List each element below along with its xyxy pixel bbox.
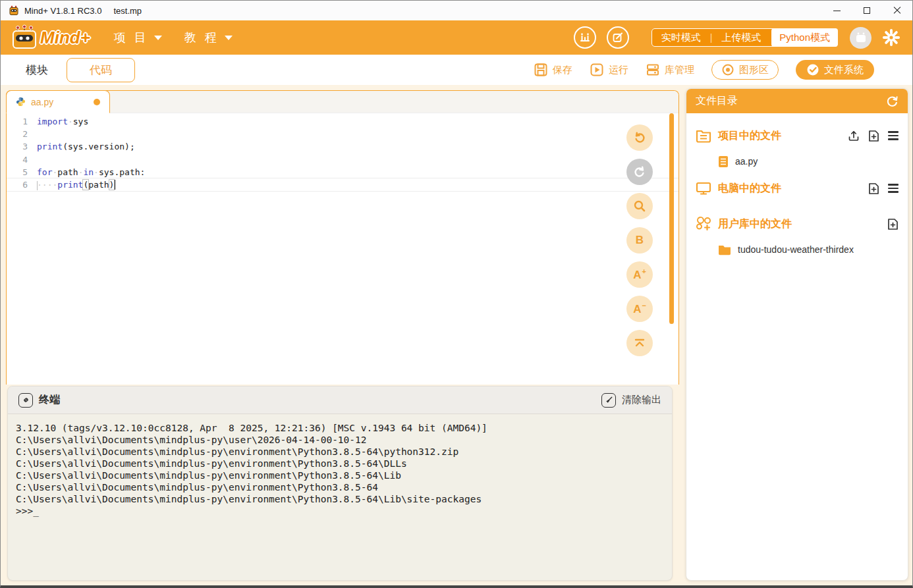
terminal-header: 终端 清除输出 xyxy=(8,387,672,414)
section-computer-files-label: 电脑中的文件 xyxy=(718,182,781,196)
community-button[interactable] xyxy=(574,26,596,49)
tab-blocks[interactable]: 模块 xyxy=(7,59,67,82)
close-button[interactable] xyxy=(882,1,912,20)
terminal-prompt-line: >>>_ xyxy=(16,505,664,517)
section-user-library-files[interactable]: 用户库中的文件 xyxy=(686,213,908,234)
terminal-line: C:\Users\allvi\Documents\mindplus-py\env… xyxy=(16,446,664,458)
undo-button[interactable] xyxy=(626,124,653,151)
new-file-button[interactable] xyxy=(887,218,899,230)
code-text: import·sys xyxy=(37,115,88,128)
terminal-panel: 终端 清除输出 3.12.10 (tags/v3.12.10:0cc8128, … xyxy=(7,386,673,581)
tab-code[interactable]: 代码 xyxy=(67,58,135,82)
file-system-button[interactable]: 文件系统 xyxy=(796,60,874,80)
terminal-output[interactable]: 3.12.10 (tags/v3.12.10:0cc8128, Apr 8 20… xyxy=(8,414,672,525)
editor-tab-aapy[interactable]: aa.py xyxy=(6,90,110,113)
code-line[interactable]: 3print(sys.version); xyxy=(7,140,678,153)
editor-scrollbar[interactable] xyxy=(669,113,674,324)
chevron-down-icon xyxy=(154,36,162,40)
code-text: for·path·in·sys.path: xyxy=(37,166,145,178)
graphics-area-button[interactable]: 图形区 xyxy=(711,60,779,80)
folder-item-tudou[interactable]: tudou-tudou-weather-thirdex xyxy=(686,240,908,259)
mode-python[interactable]: Python模式 xyxy=(771,28,838,47)
new-file-icon xyxy=(887,218,899,230)
graphics-area-icon xyxy=(721,63,734,76)
edit-button[interactable] xyxy=(607,26,629,49)
save-button[interactable]: 保存 xyxy=(534,63,572,77)
refresh-button[interactable] xyxy=(886,95,899,107)
menu-project-label: 项 目 xyxy=(114,30,149,45)
menu-project[interactable]: 项 目 xyxy=(114,30,162,45)
font-increase-icon: A+ xyxy=(633,267,646,282)
save-label: 保存 xyxy=(553,64,572,76)
section-menu-button[interactable] xyxy=(888,131,899,140)
section-project-files[interactable]: 项目中的文件 xyxy=(686,125,908,146)
code-editor-panel: aa.py 1import·sys23print(sys.version);45… xyxy=(6,90,679,385)
font-decrease-icon: A− xyxy=(633,302,646,316)
folder-icon xyxy=(718,244,731,255)
new-file-icon xyxy=(868,182,879,195)
run-icon xyxy=(590,63,604,77)
main-content: aa.py 1import·sys23print(sys.version);45… xyxy=(1,85,912,586)
code-line[interactable]: 2 xyxy=(7,128,678,140)
avatar-robot-icon xyxy=(854,31,868,44)
community-icon xyxy=(579,32,591,43)
file-system-label: 文件系统 xyxy=(824,64,864,76)
new-file-button[interactable] xyxy=(868,182,879,195)
maximize-button[interactable] xyxy=(852,1,882,20)
terminal-line: C:\Users\allvi\Documents\mindplus-py\env… xyxy=(16,493,664,505)
file-item-aapy[interactable]: aa.py xyxy=(686,151,908,171)
terminal-line: 3.12.10 (tags/v3.12.10:0cc8128, Apr 8 20… xyxy=(16,422,664,434)
section-computer-files[interactable]: 电脑中的文件 xyxy=(686,178,908,199)
user-library-icon xyxy=(696,216,711,232)
terminal-line: C:\Users\allvi\Documents\mindplus-py\env… xyxy=(16,469,664,481)
window-title-app: Mind+ V1.8.1 RC3.0 xyxy=(24,6,101,16)
section-project-files-label: 项目中的文件 xyxy=(718,129,781,143)
robot-logo-icon xyxy=(10,24,39,51)
file-item-name: aa.py xyxy=(735,156,758,167)
editor-tab-filename: aa.py xyxy=(31,97,53,107)
edit-icon xyxy=(612,32,624,43)
computer-icon xyxy=(696,181,711,196)
robot-app-icon xyxy=(9,5,19,16)
bold-button[interactable]: B xyxy=(626,227,653,254)
run-button[interactable]: 运行 xyxy=(590,63,628,77)
line-number: 5 xyxy=(7,166,37,178)
terminal-prompt: >>> xyxy=(16,506,33,516)
library-manager-button[interactable]: 库管理 xyxy=(646,63,694,77)
code-area[interactable]: 1import·sys23print(sys.version);45for·pa… xyxy=(7,113,678,191)
minimize-button[interactable] xyxy=(821,1,852,20)
code-line[interactable]: 5for·path·in·sys.path: xyxy=(7,166,678,178)
section-menu-button[interactable] xyxy=(888,184,899,192)
code-line[interactable]: 1import·sys xyxy=(7,115,678,128)
chevron-down-icon xyxy=(225,36,233,40)
bold-icon: B xyxy=(636,234,644,247)
undo-icon xyxy=(633,131,646,144)
code-line[interactable]: 6····print(path) xyxy=(7,178,678,191)
mindplus-logo[interactable]: Mind+ xyxy=(10,24,90,51)
menu-tutorial[interactable]: 教 程 xyxy=(184,30,233,45)
mode-realtime[interactable]: 实时模式 xyxy=(652,29,710,46)
redo-button[interactable] xyxy=(626,159,653,185)
code-line[interactable]: 4 xyxy=(7,153,678,166)
terminal-title: 终端 xyxy=(39,393,60,407)
new-file-button[interactable] xyxy=(868,130,879,142)
font-increase-button[interactable]: A+ xyxy=(626,261,653,288)
library-icon xyxy=(646,63,660,77)
font-decrease-button[interactable]: A− xyxy=(626,296,653,322)
section-user-library-files-label: 用户库中的文件 xyxy=(718,217,792,231)
upload-file-button[interactable] xyxy=(848,130,860,142)
scroll-top-icon xyxy=(633,336,646,350)
file-icon xyxy=(718,155,729,168)
scroll-top-button[interactable] xyxy=(626,330,653,356)
refresh-icon xyxy=(886,95,899,107)
settings-button[interactable] xyxy=(882,28,900,47)
gear-icon xyxy=(882,28,900,47)
line-number: 2 xyxy=(7,128,37,140)
toolbar-row: 模块 代码 保存 运行 库管理 图形区 文件系统 xyxy=(1,55,912,85)
search-button[interactable] xyxy=(626,193,653,219)
user-avatar[interactable] xyxy=(850,27,872,49)
clear-output-label: 清除输出 xyxy=(622,394,661,406)
clear-output-button[interactable]: 清除输出 xyxy=(601,393,661,408)
line-number: 6 xyxy=(7,178,37,191)
mode-upload[interactable]: 上传模式 xyxy=(712,29,770,46)
